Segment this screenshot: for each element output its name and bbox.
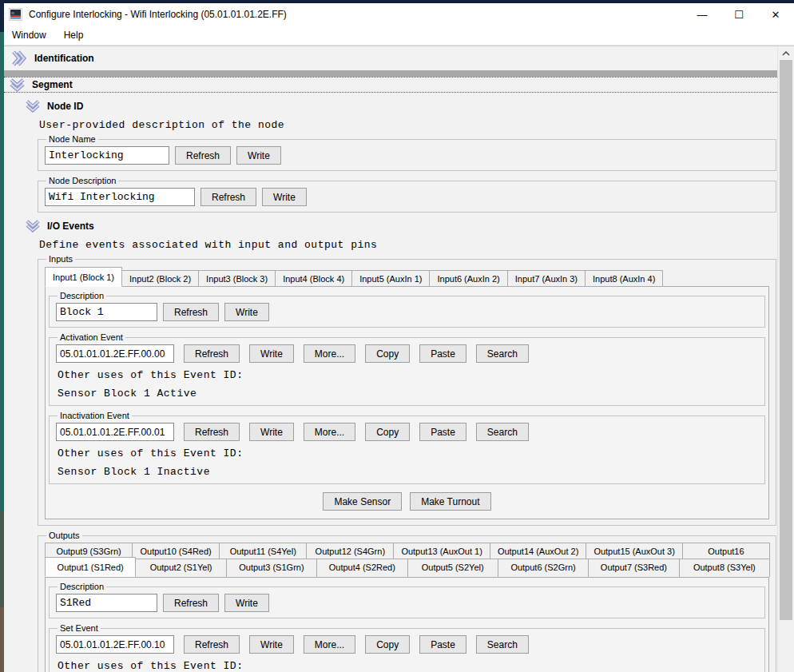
cdi-main-pane: Identification Segment Node ID User-prov… [4,46,777,672]
tab-input8[interactable]: Input8 (AuxIn 4) [585,270,663,286]
section-segment-label: Segment [32,79,73,90]
minimize-button[interactable]: — [684,3,721,26]
inputs-tab-panel: Description Refresh Write Activation Eve… [45,286,769,519]
tab-output6[interactable]: Output6 (S2Grn) [498,559,589,577]
tab-output14[interactable]: Output14 (AuxOut 2) [490,543,587,559]
section-io-events-label: I/O Events [47,221,94,232]
close-button[interactable]: ✕ [757,3,794,26]
description-legend: Description [58,582,106,591]
node-description-group: Node Description Refresh Write [38,176,776,213]
tab-input7[interactable]: Input7 (AuxIn 3) [507,270,586,286]
activation-event-input[interactable] [56,344,174,363]
node-description-input[interactable] [45,188,195,206]
section-identification[interactable]: Identification [4,46,777,70]
inactivation-event-input[interactable] [56,423,174,441]
io-events-description-text: Define events associated with input and … [39,239,776,251]
copy-button[interactable]: Copy [365,423,410,441]
node-name-input[interactable] [45,146,169,165]
tab-output5[interactable]: Output5 (S2Yel) [407,559,498,577]
tab-input2[interactable]: Input2 (Block 2) [121,270,199,286]
tab-output1[interactable]: Output1 (S1Red) [45,557,136,577]
activation-event-legend: Activation Event [58,332,125,342]
input-description-group: Description Refresh Write [49,291,765,328]
maximize-button[interactable]: ☐ [721,3,757,26]
section-segment[interactable]: Segment [4,77,777,93]
input-description-input[interactable] [56,303,157,321]
tab-output12[interactable]: Output12 (S4Grn) [306,543,394,559]
menubar: Window Help [4,26,794,46]
set-event-input[interactable] [56,635,174,654]
tab-output13[interactable]: Output13 (AuxOut 1) [393,543,490,559]
refresh-button[interactable]: Refresh [200,188,256,206]
section-node-id[interactable]: Node ID [26,98,776,113]
refresh-button[interactable]: Refresh [184,423,240,441]
more-button[interactable]: More... [304,344,355,363]
write-button[interactable]: Write [249,635,294,654]
write-button[interactable]: Write [224,594,269,612]
write-button[interactable]: Write [249,344,294,363]
other-uses-label: Other uses of this Event ID: [58,447,758,459]
more-button[interactable]: More... [304,635,355,654]
node-name-group: Node Name Refresh Write [38,134,776,171]
search-button[interactable]: Search [476,423,529,441]
write-button[interactable]: Write [224,303,269,321]
refresh-button[interactable]: Refresh [175,146,231,165]
tab-output3[interactable]: Output3 (S1Grn) [226,559,317,577]
tab-output4[interactable]: Output4 (S2Red) [316,559,407,577]
double-chevron-down-icon [26,219,40,233]
tab-output9[interactable]: Output9 (S3Grn) [45,543,133,559]
chevron-up-icon [782,51,790,56]
paste-button[interactable]: Paste [419,423,466,441]
window-title: Configure Interlocking - Wifi Interlocki… [29,9,287,20]
output-description-input[interactable] [56,594,157,612]
make-sensor-button[interactable]: Make Sensor [323,492,402,511]
menu-help[interactable]: Help [64,30,84,41]
tab-output2[interactable]: Output2 (S1Yel) [135,559,226,577]
other-uses-label: Other uses of this Event ID: [58,369,758,381]
search-button[interactable]: Search [476,344,529,363]
tab-output7[interactable]: Output7 (S3Red) [588,559,679,577]
tab-output10[interactable]: Output10 (S4Red) [132,543,220,559]
outputs-tab-panel: Description Refresh Write Set Event [45,577,769,672]
tab-input6[interactable]: Input6 (AuxIn 2) [429,270,507,286]
tab-output15[interactable]: Output15 (AuxOut 3) [586,543,683,559]
copy-button[interactable]: Copy [365,635,410,654]
outputs-tab-bar-row1: Output9 (S3Grn) Output10 (S4Red) Output1… [45,543,769,559]
more-button[interactable]: More... [304,423,355,441]
tab-input3[interactable]: Input3 (Block 3) [198,270,276,286]
refresh-button[interactable]: Refresh [184,635,240,654]
tab-output16[interactable]: Output16 [682,543,770,559]
refresh-button[interactable]: Refresh [184,344,240,363]
write-button[interactable]: Write [262,188,307,206]
inputs-legend: Inputs [46,254,75,264]
paste-button[interactable]: Paste [419,344,466,363]
tab-output11[interactable]: Output11 (S4Yel) [219,543,307,559]
tab-input1[interactable]: Input1 (Block 1) [45,267,122,287]
make-turnout-button[interactable]: Make Turnout [410,492,490,511]
description-legend: Description [58,291,106,300]
tab-input4[interactable]: Input4 (Block 4) [275,270,352,286]
search-button[interactable]: Search [476,635,529,654]
paste-button[interactable]: Paste [419,635,466,654]
section-io-events[interactable]: I/O Events [26,218,776,233]
tab-input5[interactable]: Input5 (AuxIn 1) [351,270,430,286]
cdi-content: Identification Segment Node ID User-prov… [4,46,794,672]
screen: Configure Interlocking - Wifi Interlocki… [0,0,794,672]
scrollbar-thumb[interactable] [780,60,792,620]
outputs-tab-bar-row2: Output1 (S1Red) Output2 (S1Yel) Output3 … [45,559,769,577]
node-name-legend: Node Name [46,134,98,144]
copy-button[interactable]: Copy [365,344,410,363]
menu-window[interactable]: Window [12,30,46,41]
write-button[interactable]: Write [249,423,294,441]
refresh-button[interactable]: Refresh [163,303,219,321]
vertical-scrollbar[interactable] [777,46,794,672]
node-description-legend: Node Description [46,176,118,185]
jmri-train-icon [9,8,22,21]
output-description-group: Description Refresh Write [49,582,765,618]
double-chevron-right-icon [11,50,27,66]
scroll-up-button[interactable] [778,46,794,60]
refresh-button[interactable]: Refresh [163,594,219,612]
write-button[interactable]: Write [236,146,281,165]
section-node-id-label: Node ID [47,101,83,112]
tab-output8[interactable]: Output8 (S3Yel) [679,559,770,577]
